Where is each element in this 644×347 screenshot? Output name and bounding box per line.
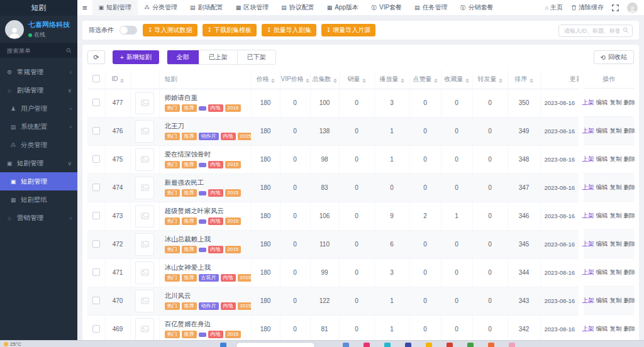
taskbar-app-icon[interactable] [364, 343, 370, 347]
taskbar-app-icon[interactable] [384, 343, 391, 347]
op-copy[interactable]: 复制 [610, 155, 622, 163]
sidebar-item-system-config[interactable]: ▤ 系统配置 ‹ [0, 118, 77, 136]
nav-tab-drama-manage[interactable]: ▣ 短剧管理 [92, 0, 138, 16]
op-edit[interactable]: 编辑 [596, 268, 608, 277]
add-drama-button[interactable]: + 新增短剧 [113, 50, 159, 64]
op-edit[interactable]: 编辑 [596, 184, 608, 192]
op-edit[interactable]: 编辑 [596, 325, 608, 333]
sidebar-item-category-manage[interactable]: ⁂ 分类管理 [0, 136, 77, 154]
sidebar-item-theater-manage[interactable]: ⌂ 剧场管理 ∨ [0, 81, 77, 99]
sidebar-search-input[interactable] [6, 47, 66, 55]
op-publish[interactable]: 上架 [582, 155, 594, 163]
op-publish[interactable]: 上架 [582, 297, 594, 305]
taskbar-app-icon[interactable] [467, 343, 474, 347]
table-row[interactable]: 471冰山女神爱上我热门推荐古装片内地201518009903000344202… [87, 258, 584, 287]
op-copy[interactable]: 复制 [610, 212, 622, 220]
op-delete[interactable]: 删除 [624, 127, 636, 135]
filter-toggle[interactable] [119, 26, 137, 35]
sort-icon[interactable] [306, 79, 309, 83]
nav-tab-category-manage[interactable]: ⁂ 分类管理 [138, 0, 184, 16]
status-tab-on-shelf[interactable]: 已上架 [199, 50, 238, 64]
taskbar-app-icon[interactable] [509, 343, 515, 347]
sort-icon[interactable] [401, 79, 404, 83]
nav-home[interactable]: ⌂ 主页 [545, 3, 563, 12]
sort-icon[interactable] [434, 79, 438, 83]
op-delete[interactable]: 删除 [624, 212, 636, 220]
taskbar-weather[interactable]: 25°C [4, 341, 21, 347]
row-checkbox[interactable] [92, 184, 100, 191]
thumbnail[interactable] [135, 177, 154, 199]
op-publish[interactable]: 上架 [582, 99, 594, 107]
op-publish[interactable]: 上架 [582, 325, 594, 333]
sidebar-item-user-manage[interactable]: ♟ 用户管理 ‹ [0, 99, 77, 118]
sort-icon[interactable] [530, 79, 533, 83]
sort-icon[interactable] [362, 79, 366, 83]
op-edit[interactable]: 编辑 [596, 155, 608, 163]
recycle-bin-button[interactable]: ⟲ 回收站 [594, 50, 634, 64]
row-checkbox[interactable] [92, 127, 100, 135]
sort-icon[interactable] [120, 79, 124, 83]
op-edit[interactable]: 编辑 [596, 297, 608, 305]
thumbnail[interactable] [135, 290, 154, 312]
op-publish[interactable]: 上架 [582, 268, 594, 277]
nav-tab-distribution-package[interactable]: Ⓥ 分销套餐 [454, 0, 500, 16]
thumbnail[interactable] [135, 262, 154, 284]
search-input[interactable] [558, 25, 633, 37]
nav-clear-cache[interactable]: 清除缓存 [571, 3, 604, 12]
taskbar-app-icon[interactable] [488, 343, 494, 347]
op-copy[interactable]: 复制 [610, 240, 622, 248]
row-checkbox[interactable] [92, 325, 100, 333]
op-copy[interactable]: 复制 [610, 184, 622, 192]
row-checkbox[interactable] [92, 268, 100, 276]
fullscreen-icon[interactable] [612, 4, 619, 11]
op-edit[interactable]: 编辑 [596, 240, 608, 248]
table-row[interactable]: 477师娘请自重热门推荐内地20151800100030003502023-08… [87, 89, 584, 117]
import-test-data-button[interactable]: ↧ 导入测试数据 [143, 24, 197, 36]
sidebar-item-drama-manage[interactable]: ▣ 短剧管理 ∨ [0, 154, 77, 172]
op-delete[interactable]: 删除 [624, 325, 636, 333]
op-publish[interactable]: 上架 [582, 184, 594, 192]
batch-import-episodes-button[interactable]: ↧ 批量导入剧集 [262, 24, 316, 36]
op-copy[interactable]: 复制 [610, 268, 622, 277]
op-edit[interactable]: 编辑 [596, 127, 608, 135]
op-copy[interactable]: 复制 [610, 325, 622, 333]
table-row[interactable]: 472冰山总裁赖上我热门推荐内地20151800110060003452023-… [87, 230, 584, 258]
sort-icon[interactable] [465, 79, 469, 83]
sort-icon[interactable] [271, 79, 275, 83]
thumbnail[interactable] [135, 318, 154, 341]
taskbar-app-icon[interactable] [426, 343, 432, 347]
table-row[interactable]: 474新最强农民工热门推荐内地2015180083000003472023-08… [87, 174, 584, 202]
thumbnail[interactable] [135, 205, 154, 228]
nav-tab-block-manage[interactable]: ▦ 区块管理 [230, 0, 275, 16]
sort-icon[interactable] [499, 79, 502, 83]
op-copy[interactable]: 复制 [610, 99, 622, 107]
nav-tab-vip-package[interactable]: Ⓥ VIP套餐 [365, 0, 408, 16]
op-delete[interactable]: 删除 [624, 99, 636, 107]
incremental-import-source-button[interactable]: ↧ 增量导入片源 [321, 24, 376, 36]
menu-toggle-icon[interactable]: ≡ [82, 4, 87, 12]
nav-tab-task-manage[interactable]: ▤ 任务管理 [408, 0, 454, 16]
op-delete[interactable]: 删除 [624, 155, 636, 163]
status-tab-all[interactable]: 全部 [167, 50, 199, 64]
download-episode-template-button[interactable]: ↧ 下载剧集模板 [203, 24, 257, 36]
row-checkbox[interactable] [92, 212, 100, 219]
taskbar-app-icon[interactable] [405, 343, 411, 347]
nav-tab-theater-config[interactable]: ▤ 剧场配置 [184, 0, 230, 16]
table-row[interactable]: 469百亿赘婿在身边热门推荐内地2015180081010003422023-0… [87, 315, 584, 340]
thumbnail[interactable] [135, 92, 154, 114]
op-edit[interactable]: 编辑 [596, 99, 608, 107]
taskbar-search[interactable] [236, 342, 315, 347]
row-checkbox[interactable] [92, 297, 100, 304]
op-delete[interactable]: 删除 [624, 268, 636, 277]
sidebar-item-general-manage[interactable]: ⚙ 常规管理 ‹ [0, 63, 77, 81]
thumbnail[interactable] [135, 233, 154, 256]
table-row[interactable]: 476北王刀热门推荐动作片内地20151800138010003492023-0… [87, 117, 584, 145]
table-row[interactable]: 470北川风云热门推荐动作片内地20151800122010003432023-… [87, 287, 584, 315]
select-all-checkbox[interactable] [92, 75, 100, 82]
taskbar-app-icon[interactable] [343, 343, 349, 347]
table-row[interactable]: 475爱在情深蚀骨时热门推荐内地2015180098010003482023-0… [87, 145, 584, 174]
table-row[interactable]: 473超级赘婿之叶家风云热门推荐内地2015180010609210346202… [87, 202, 584, 230]
nav-tab-app-version[interactable]: ▦ App版本 [321, 0, 365, 16]
op-publish[interactable]: 上架 [582, 212, 594, 220]
op-delete[interactable]: 删除 [624, 240, 636, 248]
